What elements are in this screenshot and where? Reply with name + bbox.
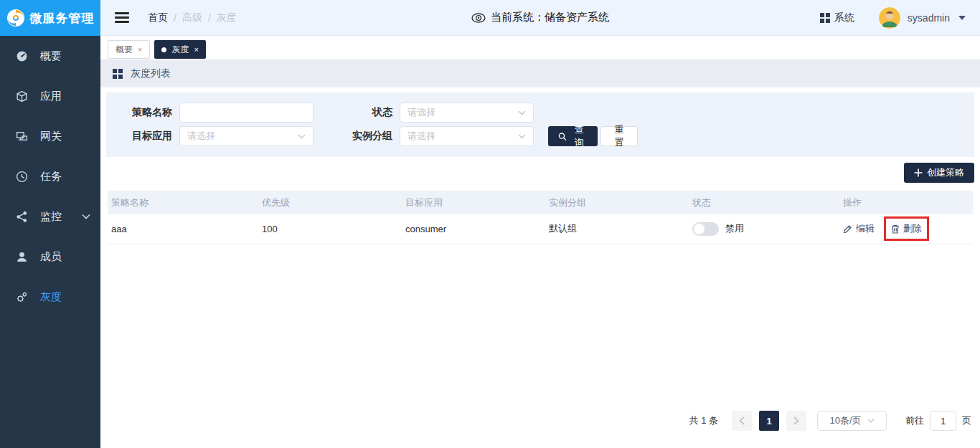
topbar-right: 系统 sysadmin — [820, 7, 966, 29]
tab-close-icon[interactable]: × — [138, 45, 142, 54]
select-placeholder: 请选择 — [407, 130, 435, 143]
status-label: 状态 — [314, 106, 392, 119]
eye-icon — [471, 13, 486, 23]
target-app-select[interactable]: 请选择 — [179, 126, 314, 146]
breadcrumb-separator: / — [208, 12, 211, 24]
chevron-down-icon — [867, 419, 875, 423]
page-size-select[interactable]: 10条/页 — [817, 411, 887, 431]
avatar[interactable] — [879, 7, 900, 29]
sidebar-item-label: 监控 — [40, 210, 62, 224]
breadcrumb-separator: / — [174, 12, 176, 24]
chevron-down-icon — [518, 134, 526, 139]
tab-label: 灰度 — [171, 44, 189, 56]
chevron-down-icon — [82, 214, 90, 219]
breadcrumb: 首页 / 高级 / 灰度 — [148, 11, 237, 24]
col-header-status: 状态 — [689, 191, 839, 214]
section-grid-icon — [113, 69, 123, 79]
status-select[interactable]: 请选择 — [400, 103, 534, 123]
chevron-down-icon — [298, 134, 306, 139]
tab-bar: 概要 × 灰度 × — [100, 36, 980, 60]
grid-icon — [820, 13, 830, 23]
topbar-main: 首页 / 高级 / 灰度 当前系统：储备资产系统 — [100, 0, 980, 35]
current-system-indicator: 当前系统：储备资产系统 — [471, 11, 609, 24]
tab-overview[interactable]: 概要 × — [108, 40, 150, 59]
grayscale-gears-icon — [16, 291, 28, 303]
select-placeholder: 请选择 — [187, 130, 215, 143]
sidebar-item-overview[interactable]: 概要 — [0, 36, 100, 76]
breadcrumb-home[interactable]: 首页 — [148, 11, 168, 24]
status-text: 禁用 — [725, 222, 744, 235]
sidebar-item-gateway[interactable]: 网关 — [0, 116, 100, 156]
col-header-actions: 操作 — [839, 191, 973, 214]
topbar: 微服务管理 首页 / 高级 / 灰度 当前系统：储备资产系统 — [0, 0, 980, 36]
chevron-left-icon — [739, 416, 745, 425]
goto-page-input[interactable] — [930, 411, 956, 431]
section-title: 灰度列表 — [131, 67, 171, 80]
delete-label: 删除 — [903, 222, 922, 235]
app-logo: 微服务管理 — [0, 0, 100, 36]
sidebar-item-label: 成员 — [40, 250, 62, 264]
tab-close-icon[interactable]: × — [194, 45, 198, 54]
cell-priority: 100 — [258, 214, 402, 244]
filter-wrap: 策略名称 状态 请选择 目标应用 请选择 — [100, 87, 980, 157]
edit-label: 编辑 — [856, 222, 875, 235]
page-unit-label: 页 — [962, 414, 971, 427]
sidebar-item-tasks[interactable]: 任务 — [0, 156, 100, 196]
cell-target-app: consumer — [402, 214, 545, 244]
sidebar-item-label: 应用 — [40, 90, 62, 103]
create-policy-button[interactable]: 创建策略 — [904, 163, 974, 183]
sidebar-item-label: 任务 — [40, 170, 62, 184]
edit-pencil-icon — [843, 224, 852, 234]
sidebar-item-members[interactable]: 成员 — [0, 237, 100, 277]
tab-grayscale[interactable]: 灰度 × — [154, 40, 205, 59]
search-button-label: 查询 — [571, 123, 588, 149]
breadcrumb-advanced[interactable]: 高级 — [182, 11, 202, 24]
system-menu-button[interactable]: 系统 — [820, 11, 854, 24]
user-dropdown-caret-icon[interactable] — [958, 16, 966, 20]
pagination-total: 共 1 条 — [689, 414, 718, 427]
edit-button[interactable]: 编辑 — [843, 222, 875, 235]
search-button[interactable]: 查询 — [548, 126, 598, 146]
instance-group-select[interactable]: 请选择 — [400, 126, 534, 146]
content-area: 概要 × 灰度 × 灰度列表 — [100, 36, 980, 448]
page-size-value: 10条/页 — [829, 414, 861, 427]
active-tab-dot — [161, 47, 166, 52]
app-title: 微服务管理 — [30, 10, 95, 27]
chevron-right-icon — [793, 416, 799, 425]
task-clock-icon — [16, 171, 28, 183]
current-system-text: 当前系统：储备资产系统 — [491, 11, 609, 24]
breadcrumb-gray: 灰度 — [217, 11, 237, 24]
pagination-page-1[interactable]: 1 — [759, 411, 779, 431]
tab-label: 概要 — [116, 44, 133, 56]
policy-name-input[interactable] — [180, 103, 313, 122]
select-placeholder: 请选择 — [407, 106, 435, 119]
col-header-priority: 优先级 — [258, 191, 402, 214]
pagination-prev-button[interactable] — [732, 411, 752, 431]
create-policy-label: 创建策略 — [927, 166, 964, 179]
delete-button-highlighted[interactable]: 删除 — [884, 216, 929, 241]
status-toggle[interactable] — [692, 222, 719, 236]
username[interactable]: sysadmin — [908, 12, 950, 24]
reset-button[interactable]: 重置 — [600, 126, 638, 146]
sidebar-item-monitoring[interactable]: 监控 — [0, 196, 100, 237]
app-icon — [16, 90, 28, 103]
sidebar: 概要 应用 网关 — [0, 36, 100, 448]
sidebar-item-grayscale[interactable]: 灰度 — [0, 277, 100, 317]
col-header-policy-name: 策略名称 — [108, 191, 258, 214]
hamburger-menu-icon[interactable] — [115, 12, 129, 23]
system-menu-label: 系统 — [834, 11, 854, 24]
sidebar-item-applications[interactable]: 应用 — [0, 76, 100, 116]
section-header: 灰度列表 — [100, 60, 980, 87]
policy-name-field — [179, 103, 314, 123]
chevron-down-icon — [518, 110, 526, 115]
gateway-icon — [16, 130, 28, 143]
delete-trash-icon — [891, 224, 900, 234]
member-icon — [16, 251, 28, 263]
table-header-row: 策略名称 优先级 目标应用 实例分组 状态 操作 — [108, 191, 973, 214]
policy-name-label: 策略名称 — [106, 106, 172, 119]
pagination-next-button[interactable] — [786, 411, 806, 431]
create-row: 创建策略 — [100, 157, 980, 183]
cell-policy-name: aaa — [108, 214, 258, 244]
col-header-instance-group: 实例分组 — [545, 191, 689, 214]
goto-label: 前往 — [905, 414, 924, 427]
